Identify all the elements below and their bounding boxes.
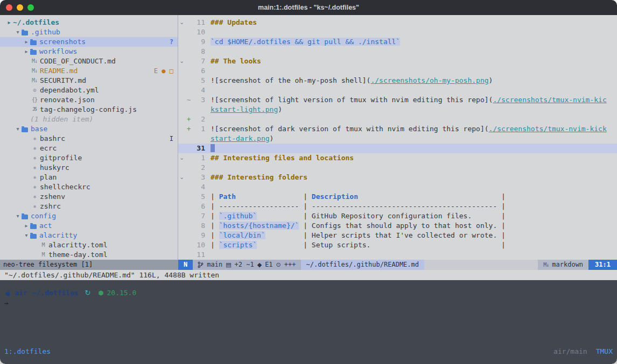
editor-line[interactable]: 4 <box>178 85 617 95</box>
editor-line[interactable]: 4 <box>178 182 617 192</box>
editor-line[interactable]: +1![screenshot of dark version of tmux w… <box>178 124 617 134</box>
tree-item[interactable]: M↓SECURITY.md <box>0 76 178 85</box>
editor-line[interactable]: 31 <box>178 144 617 153</box>
tree-item[interactable]: ∗bashrcI <box>0 134 178 144</box>
editor-line[interactable]: 6 <box>178 66 617 76</box>
chevron-icon[interactable]: ▸ <box>23 221 30 231</box>
chevron-icon[interactable]: ▾ <box>14 27 22 37</box>
fold-marker-icon[interactable] <box>178 163 185 173</box>
minimize-button[interactable] <box>17 4 23 11</box>
editor-line[interactable]: 8| `hosts/{hostname}/` | Configs that sh… <box>178 221 617 231</box>
fold-marker-icon[interactable] <box>178 134 185 144</box>
fold-marker-icon[interactable]: ⌄ <box>178 153 185 163</box>
editor-line[interactable]: 11 <box>178 250 617 260</box>
tree-item[interactable]: ▸act <box>0 221 178 231</box>
tree-item[interactable]: ▾.github <box>0 27 178 37</box>
chevron-icon[interactable]: ▾ <box>14 211 22 221</box>
editor-line[interactable]: 10| `scripts` | Setup scripts. | <box>178 240 617 250</box>
terminal-shell-pane[interactable]: air ~/.dotfiles ↻ 20.15.0 → <box>0 280 617 345</box>
editor-line[interactable]: start-dark.png) <box>178 134 617 144</box>
tree-item[interactable]: ∗shellcheckrc <box>0 182 178 192</box>
git-sign: ~ <box>185 95 192 105</box>
tree-item[interactable]: ▾config <box>0 211 178 221</box>
fold-marker-icon[interactable] <box>178 240 185 250</box>
fold-marker-icon[interactable] <box>178 105 185 115</box>
editor-line[interactable]: 6| ------------------- | ---------------… <box>178 202 617 211</box>
chevron-icon[interactable]: ▸ <box>23 47 30 56</box>
tree-item[interactable]: JStag-changelog-config.js <box>0 105 178 115</box>
editor-line[interactable]: ⌄1## Interesting files and locations <box>178 153 617 163</box>
toml-file-icon: M <box>39 250 47 260</box>
editor-line[interactable]: ~3![screenshot of light version of tmux … <box>178 95 617 105</box>
tree-item[interactable]: {}renovate.json <box>0 95 178 105</box>
fold-marker-icon[interactable] <box>178 124 185 134</box>
tree-item-marker: ? <box>170 37 173 47</box>
tree-item[interactable]: ▾alacritty <box>0 231 178 240</box>
tree-item[interactable]: ∗huskyrc <box>0 163 178 173</box>
tree-item[interactable]: ▸workflows <box>0 47 178 56</box>
tree-item[interactable]: M↓README.mdE ● □ <box>0 66 178 76</box>
git-sync-icon: ↻ <box>85 289 91 297</box>
editor-pane[interactable]: ⌄11### Updates109`cd $HOME/.dotfiles && … <box>178 15 617 260</box>
fold-marker-icon[interactable] <box>178 95 185 105</box>
tree-item[interactable]: ▸screenshots? <box>0 37 178 47</box>
tree-item[interactable]: ∗ecrc <box>0 144 178 153</box>
traffic-lights <box>6 4 34 11</box>
fold-marker-icon[interactable] <box>178 192 185 202</box>
tree-item[interactable]: ∗zshenv <box>0 192 178 202</box>
chevron-icon[interactable]: ▾ <box>14 124 22 134</box>
tree-item[interactable]: M↓CODE_OF_CONDUCT.md <box>0 56 178 66</box>
tree-item[interactable]: ▾base <box>0 124 178 134</box>
fold-marker-icon[interactable] <box>178 231 185 240</box>
editor-line[interactable]: ⌄11### Updates <box>178 18 617 27</box>
tree-item[interactable]: Malacritty.toml <box>0 240 178 250</box>
tree-item-label: ecrc <box>40 144 57 153</box>
fold-marker-icon[interactable] <box>178 76 185 85</box>
editor-line[interactable]: 9| `local/bin` | Helper scripts that I'v… <box>178 231 617 240</box>
editor-line[interactable]: 10 <box>178 27 617 37</box>
fold-marker-icon[interactable] <box>178 182 185 192</box>
editor-line[interactable]: 8 <box>178 47 617 56</box>
editor-line[interactable]: 5![screenshot of the oh-my-posh shell](.… <box>178 76 617 85</box>
tree-item[interactable]: Mtheme-day.toml <box>0 250 178 260</box>
fold-marker-icon[interactable] <box>178 47 185 56</box>
zoom-button[interactable] <box>27 4 34 11</box>
tree-item[interactable]: ∗plan <box>0 173 178 182</box>
heading-text: ## Interesting files and locations <box>211 154 354 162</box>
editor-line[interactable]: 9`cd $HOME/.dotfiles && git pull && ./in… <box>178 37 617 47</box>
tree-item[interactable]: ∗gitprofile <box>0 153 178 163</box>
folder-icon <box>30 224 37 229</box>
fold-marker-icon[interactable]: ⌄ <box>178 173 185 182</box>
chevron-icon[interactable]: ▸ <box>23 37 30 47</box>
text-span: | <box>211 192 219 201</box>
tree-item[interactable]: (1 hidden item) <box>0 115 178 124</box>
close-button[interactable] <box>6 4 12 11</box>
fold-marker-icon[interactable] <box>178 85 185 95</box>
fold-marker-icon[interactable] <box>178 27 185 37</box>
editor-line[interactable]: +2 <box>178 115 617 124</box>
editor-line[interactable]: 5| Path | Description | <box>178 192 617 202</box>
fold-marker-icon[interactable] <box>178 250 185 260</box>
editor-line[interactable]: 7| `.github` | GitHub Repository configu… <box>178 211 617 221</box>
chevron-icon[interactable]: ▾ <box>23 231 30 240</box>
chevron-icon[interactable]: ▸ <box>5 18 13 27</box>
fold-marker-icon[interactable]: ⌄ <box>178 18 185 27</box>
fold-marker-icon[interactable] <box>178 115 185 124</box>
fold-marker-icon[interactable] <box>178 66 185 76</box>
fold-marker-icon[interactable] <box>178 202 185 211</box>
tree-item[interactable]: ⊙dependabot.yml <box>0 85 178 95</box>
editor-line[interactable]: 2 <box>178 163 617 173</box>
tmux-window-label[interactable]: 1:.dotfiles <box>4 347 51 355</box>
tree-item[interactable]: ▸~/.dotfiles <box>0 18 178 27</box>
neotree-panel[interactable]: ▸~/.dotfiles▾.github▸screenshots?▸workfl… <box>0 15 178 260</box>
fold-marker-icon[interactable]: ⌄ <box>178 56 185 66</box>
tree-item[interactable]: ∗zshrc <box>0 202 178 211</box>
editor-line[interactable]: ⌄3### Interesting folders <box>178 173 617 182</box>
editor-line[interactable]: kstart-light.png) <box>178 105 617 115</box>
shell-input-line[interactable]: → <box>4 298 613 308</box>
fold-marker-icon[interactable] <box>178 211 185 221</box>
fold-marker-icon[interactable] <box>178 144 185 153</box>
fold-marker-icon[interactable] <box>178 221 185 231</box>
editor-line[interactable]: ⌄7## The looks <box>178 56 617 66</box>
fold-marker-icon[interactable] <box>178 37 185 47</box>
